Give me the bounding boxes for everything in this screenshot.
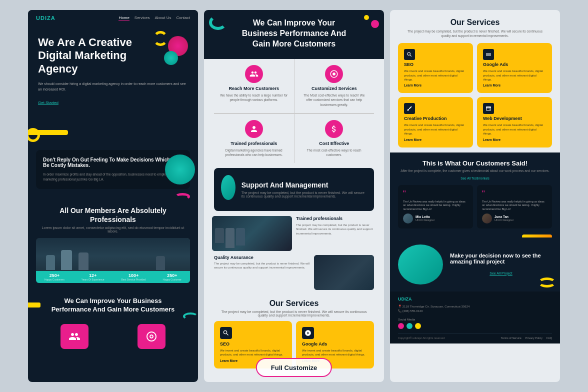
custom-desc: The Most cost-effective ways to reach! W… [300, 93, 368, 106]
custom-icon [330, 70, 338, 78]
right-services-title: Our Services [390, 10, 560, 29]
testimonials-sub: After the project is complete, the custo… [398, 169, 552, 172]
webdev-card: Web Development We invent and create bea… [477, 97, 552, 147]
feature-trained: Trained professionals Digital marketing … [214, 114, 294, 163]
stat-num-3: 100+ [121, 273, 146, 278]
footer-privacy[interactable]: Privacy Policy [526, 336, 542, 340]
right-services-sub: The project may be completed, but the pr… [390, 29, 560, 43]
cta-text: Make your decision now to see the amazin… [450, 252, 552, 276]
footer-faq[interactable]: FAQ [546, 336, 552, 340]
trained-icon-circle [245, 120, 263, 138]
right-services-header: Our Services The project may be complete… [390, 10, 560, 43]
reach-icon-circle [245, 65, 263, 83]
gads-svg-right [486, 52, 492, 58]
improve-section: We Can Improve Your Business Performance… [28, 285, 198, 320]
t-avatar-2 [482, 214, 492, 224]
t-text-1: The Ux Review was really helpful in givi… [403, 200, 468, 212]
social-yellow[interactable] [415, 323, 421, 329]
t-name-1: Mia Lotta [416, 215, 434, 218]
office-photo [212, 216, 292, 251]
gads-icon-right [483, 49, 494, 60]
trained-block-title: Trained professionals [296, 216, 376, 221]
deco-teal-ball [165, 154, 195, 184]
footer-copyright: Copyright® udizapc All rights reserved [398, 336, 444, 340]
creative-title: Creative Production [404, 116, 467, 121]
deco-bar [28, 126, 198, 146]
t-author-1: Mia Lotta UI/UX Designer [403, 214, 468, 224]
seo-link-right[interactable]: Learn More [404, 84, 467, 87]
see-all-testimonials[interactable]: See All Testimonials [398, 176, 552, 180]
testimonials-title: This is What Our Customers Said! [398, 160, 552, 167]
t-name-2: Juna Tan [494, 215, 514, 218]
creative-link[interactable]: Learn More [404, 138, 467, 142]
t-info-1: Mia Lotta UI/UX Designer [416, 215, 434, 222]
quality-img-bg [314, 255, 374, 290]
card-desc: In order maximize profits and stay ahead… [43, 172, 183, 182]
person1 [46, 255, 55, 270]
webdev-desc: We invent and create beautiful brands, d… [483, 123, 546, 136]
right-panel: Our Services The project may be complete… [390, 10, 560, 382]
card-title: Don't Reply On Gut Feeling To Make Decis… [43, 157, 183, 168]
nav-services[interactable]: Services [134, 16, 150, 20]
testimonials-section: This is What Our Customers Said! After t… [390, 152, 560, 236]
social-teal[interactable] [406, 323, 412, 329]
stat-service: 100+ Best Service Provided [121, 273, 146, 281]
navbar: UDIZA Home Services About Us Contact [28, 10, 198, 26]
webdev-link[interactable]: Learn More [483, 138, 546, 142]
support-circle [221, 175, 236, 200]
footer: UDIZA 📍 2118 Thornridge Cir. Syracuse, C… [390, 292, 560, 344]
members-sub: Lorem ipsum dolor sit amet, consectetur … [38, 226, 188, 233]
p1 [215, 228, 224, 243]
stat-label-4: Happy Customer [163, 278, 182, 281]
quote-icon-1: " [403, 190, 468, 198]
improve-title: We Can Improve Your Business Performance… [38, 290, 188, 317]
target-icon-card [138, 324, 166, 349]
t-info-2: Juna Tan UI/UX Designer [494, 215, 514, 222]
deco-right [28, 193, 198, 200]
full-customize-badge[interactable]: Full Customize [256, 358, 332, 377]
gads-link-right[interactable]: Learn More [483, 84, 546, 87]
stat-experience: 12+ Years Of Experience [82, 273, 104, 281]
stat-happy: 250+ Happy Customers [44, 273, 64, 281]
footer-left: UDIZA 📍 2118 Thornridge Cir. Syracuse, C… [398, 296, 552, 329]
t-author-2: Juna Tan UI/UX Designer [482, 214, 547, 224]
footer-address: 📍 2118 Thornridge Cir. Syracuse, Connect… [398, 304, 552, 314]
icon-cards [28, 320, 198, 353]
deco-teal-half [183, 312, 198, 320]
gut-feeling-card: Don't Reply On Gut Feeling To Make Decis… [36, 150, 190, 189]
nav-about[interactable]: About Us [155, 16, 172, 20]
stats-bar: 250+ Happy Customers 12+ Years Of Experi… [36, 271, 190, 283]
webdev-title: Web Development [483, 116, 546, 121]
social-pink[interactable] [398, 323, 404, 329]
get-started-button[interactable]: Get Started [38, 100, 58, 105]
gads-title-right: Google Ads [483, 62, 546, 67]
hero-title: We Are A CreativeDigital MarketingAgency [38, 36, 188, 76]
feature-reach: Reach More Customers We have the ability… [214, 59, 294, 112]
testimonial-1: " The Ux Review was really helpful in gi… [398, 185, 473, 228]
left-panel: UDIZA Home Services About Us Contact We … [28, 10, 198, 382]
person2 [61, 250, 72, 270]
footer-links: Terms of Service Privacy Policy FAQ [501, 336, 552, 340]
footer-content: UDIZA 📍 2118 Thornridge Cir. Syracuse, C… [398, 296, 552, 329]
gads-svg-mid [304, 330, 312, 336]
mid-hero-title: We Can Improve YourBusiness Performance … [204, 10, 384, 54]
stat-label-1: Happy Customers [44, 278, 64, 281]
cost-icon [330, 124, 338, 134]
deco-gold-ring [538, 278, 556, 288]
nav-home[interactable]: Home [118, 16, 129, 20]
nav-contact[interactable]: Contact [176, 16, 190, 20]
customize-label: Full Customize [271, 364, 317, 372]
photo-people [215, 228, 289, 248]
t-role-2: UI/UX Designer [494, 218, 514, 222]
footer-social [398, 323, 552, 329]
nav-links: Home Services About Us Contact [118, 16, 190, 20]
cta-button[interactable]: See All Project [490, 272, 512, 275]
trained-block-desc: The project may be completed, but the pr… [296, 223, 376, 236]
footer-terms[interactable]: Terms of Service [501, 336, 522, 340]
cost-icon-circle [325, 120, 343, 138]
testimonial-2: " The Ux Review was really helpful in gi… [477, 185, 552, 228]
cost-title: Cost Effective [300, 141, 368, 146]
webdev-svg [486, 106, 492, 112]
seo-icon-right [404, 49, 415, 60]
support-section: Support And Management The project may b… [214, 168, 374, 211]
